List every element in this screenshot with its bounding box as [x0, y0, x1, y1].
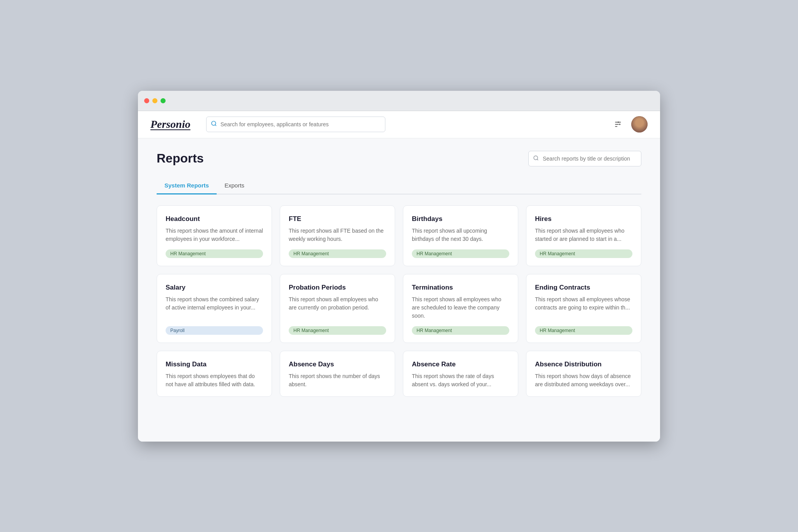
top-nav: Personio: [138, 111, 660, 138]
nav-search-wrapper: [206, 117, 385, 132]
card-tag: HR Management: [289, 249, 386, 258]
filter-icon-button[interactable]: [611, 117, 625, 131]
card-description: This report shows the combined salary of…: [166, 295, 263, 320]
card-tag: HR Management: [412, 249, 509, 258]
browser-window: Personio: [138, 91, 660, 442]
traffic-light-minimize[interactable]: [152, 98, 157, 103]
nav-search-icon: [211, 120, 217, 128]
report-card[interactable]: Hires This report shows all employees wh…: [526, 205, 641, 266]
report-search-input[interactable]: [528, 151, 641, 166]
card-tag: HR Management: [535, 326, 632, 335]
card-description: This report shows all upcoming birthdays…: [412, 227, 509, 243]
nav-search-input[interactable]: [206, 117, 385, 132]
card-tag: HR Management: [535, 249, 632, 258]
card-title: Absence Days: [289, 361, 386, 368]
report-card[interactable]: Probation Periods This report shows all …: [280, 274, 395, 343]
card-description: This report shows the amount of internal…: [166, 227, 263, 243]
card-description: This report shows all employees who star…: [535, 227, 632, 243]
logo: Personio: [150, 118, 191, 131]
card-description: This report shows employees that do not …: [166, 372, 263, 389]
tabs-bar: System Reports Exports: [157, 177, 641, 194]
card-title: Missing Data: [166, 361, 263, 368]
svg-line-1: [215, 125, 216, 126]
page-title: Reports: [157, 151, 204, 166]
card-title: Birthdays: [412, 215, 509, 223]
card-title: Terminations: [412, 284, 509, 292]
card-description: This report shows the rate of days absen…: [412, 372, 509, 389]
card-tag: HR Management: [412, 326, 509, 335]
report-search-icon: [533, 155, 539, 162]
traffic-light-close[interactable]: [144, 98, 149, 103]
svg-point-5: [619, 124, 621, 125]
card-description: This report shows all employees who are …: [412, 295, 509, 320]
svg-point-0: [212, 121, 216, 125]
tab-system-reports[interactable]: System Reports: [157, 177, 217, 194]
avatar[interactable]: [631, 116, 648, 133]
card-tag: HR Management: [166, 249, 263, 258]
svg-point-6: [618, 122, 619, 123]
card-description: This report shows all employees whose co…: [535, 295, 632, 320]
card-title: Absence Distribution: [535, 361, 632, 368]
card-title: Ending Contracts: [535, 284, 632, 292]
card-description: This report shows all employees who are …: [289, 295, 386, 320]
card-title: Hires: [535, 215, 632, 223]
card-title: Probation Periods: [289, 284, 386, 292]
app-content: Personio: [138, 111, 660, 442]
card-tag: HR Management: [289, 326, 386, 335]
report-card[interactable]: Headcount This report shows the amount o…: [157, 205, 272, 266]
card-title: FTE: [289, 215, 386, 223]
card-description: This report shows how days of absence ar…: [535, 372, 632, 389]
browser-chrome: [138, 91, 660, 111]
report-card[interactable]: FTE This report shows all FTE based on t…: [280, 205, 395, 266]
svg-line-8: [537, 159, 538, 160]
nav-right: [611, 116, 648, 133]
page-header: Reports: [157, 151, 641, 166]
card-tag: Payroll: [166, 326, 263, 335]
report-card[interactable]: Salary This report shows the combined sa…: [157, 274, 272, 343]
card-description: This report shows the number of days abs…: [289, 372, 386, 389]
card-title: Salary: [166, 284, 263, 292]
traffic-lights: [144, 98, 166, 103]
report-card[interactable]: Missing Data This report shows employees…: [157, 351, 272, 397]
report-card[interactable]: Birthdays This report shows all upcoming…: [403, 205, 518, 266]
report-card[interactable]: Absence Distribution This report shows h…: [526, 351, 641, 397]
tab-exports[interactable]: Exports: [217, 177, 252, 194]
report-card[interactable]: Ending Contracts This report shows all e…: [526, 274, 641, 343]
report-search-wrapper: [528, 151, 641, 166]
card-description: This report shows all FTE based on the w…: [289, 227, 386, 243]
traffic-light-maximize[interactable]: [161, 98, 166, 103]
card-title: Headcount: [166, 215, 263, 223]
cards-grid: Headcount This report shows the amount o…: [157, 205, 641, 397]
report-card[interactable]: Absence Rate This report shows the rate …: [403, 351, 518, 397]
svg-point-7: [534, 156, 538, 159]
main-content: Reports System Reports Exports Head: [138, 138, 660, 409]
report-card[interactable]: Absence Days This report shows the numbe…: [280, 351, 395, 397]
report-card[interactable]: Terminations This report shows all emplo…: [403, 274, 518, 343]
card-title: Absence Rate: [412, 361, 509, 368]
